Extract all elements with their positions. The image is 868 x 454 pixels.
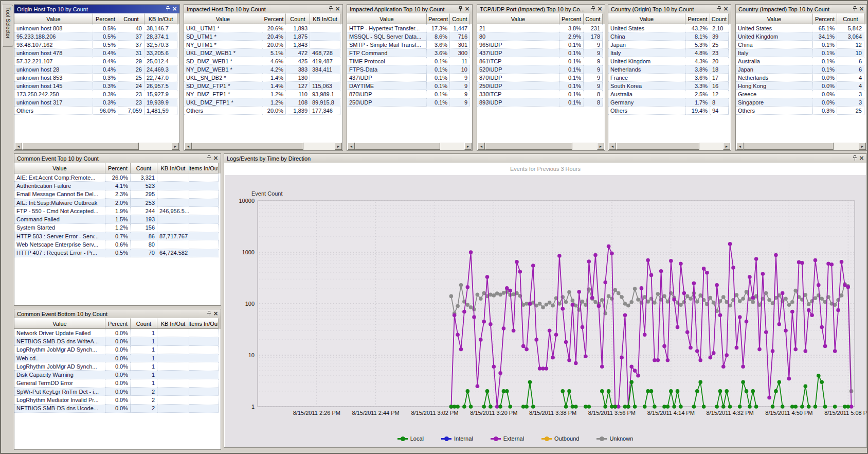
table-row[interactable]: unknown host 4780.4%3133,205.6 xyxy=(14,49,179,57)
table-row[interactable]: unknown host 8080.5%4038,146.7 xyxy=(14,24,179,32)
column-header-items-in-out[interactable]: Items In/Out xyxy=(189,163,219,173)
table-row[interactable]: 330\TCP0.1%8 xyxy=(477,90,605,98)
table-row[interactable]: Command Failed1.5%193 xyxy=(14,215,221,223)
table-row[interactable]: UKL_SN_DB2 *1.4%130 xyxy=(184,74,342,82)
table-row[interactable]: HTTP - Hypertext Transfer...17.3%1,447 xyxy=(347,24,472,32)
table-row[interactable]: Netherlands0.0%4 xyxy=(736,74,866,82)
table-row[interactable]: Italy0.1%10 xyxy=(736,49,866,57)
table-row[interactable]: 213.8%231 xyxy=(477,24,605,32)
table-row[interactable]: Others0.3%25 xyxy=(736,107,866,115)
table-row[interactable]: MSSQL - SQL Server Data...8.6%716 xyxy=(347,32,472,41)
table-row[interactable]: United Kingdom4.3%20 xyxy=(608,57,731,65)
table-row[interactable]: 95.233.188.2060.5%3728,374.1 xyxy=(14,32,179,41)
table-row[interactable]: 437\UDP0.1%9 xyxy=(347,74,472,82)
scrollbar-thumb[interactable] xyxy=(744,143,834,150)
table-row[interactable]: 173.250.242.2500.3%2315,927.9 xyxy=(14,90,179,98)
column-header-count[interactable]: Count xyxy=(118,13,144,24)
table-row[interactable]: Australia0.1%6 xyxy=(736,57,866,65)
column-header-count[interactable]: Count xyxy=(450,13,470,24)
table-row[interactable]: Web cd..0.0%1 xyxy=(14,354,221,362)
table-row[interactable]: FTP - 550 - Cmd Not Accepted...1.9%24424… xyxy=(14,207,221,215)
table-row[interactable]: Australia2.5%12 xyxy=(608,90,731,98)
table-row[interactable]: 437\UDP0.1%9 xyxy=(477,49,605,57)
table-row[interactable]: 870\UDP0.1%9 xyxy=(477,74,605,82)
column-header-percent[interactable]: Percent xyxy=(813,13,837,24)
table-row[interactable]: United States65.1%5,842 xyxy=(736,24,866,32)
scroll-right-arrow-icon[interactable]: ► xyxy=(172,143,179,150)
column-header-percent[interactable]: Percent xyxy=(105,318,131,329)
table-row[interactable]: System Started1.2%156 xyxy=(14,224,221,232)
pin-icon[interactable] xyxy=(852,6,858,12)
pin-icon[interactable] xyxy=(716,6,722,12)
pin-icon[interactable] xyxy=(328,6,334,12)
scroll-left-arrow-icon[interactable]: ◄ xyxy=(185,143,192,150)
table-row[interactable]: Japan0.1%6 xyxy=(736,65,866,74)
horizontal-scrollbar[interactable]: ◄► xyxy=(609,143,730,150)
pin-icon[interactable] xyxy=(206,155,212,162)
scroll-right-arrow-icon[interactable]: ► xyxy=(597,143,604,150)
table-row[interactable]: SD_DMZ_WEB1 *4.6%425419,487 xyxy=(184,57,342,65)
table-row[interactable]: TIME Protocol0.1%11 xyxy=(347,57,472,65)
table-row[interactable]: SpWr-Put KeyLgr RnTm Det - i...0.0%2 xyxy=(14,388,221,396)
pin-icon[interactable] xyxy=(852,155,858,162)
column-header-value[interactable]: Value xyxy=(608,13,685,24)
column-header-value[interactable]: Value xyxy=(14,13,93,24)
table-row[interactable]: 93.48.107.1620.5%3732,570.3 xyxy=(14,41,179,49)
table-row[interactable]: 870\UDP0.1%9 xyxy=(347,90,472,98)
table-row[interactable]: South Korea3.3%16 xyxy=(608,82,731,90)
table-row[interactable]: FTP Command3.6%300 xyxy=(347,49,472,57)
table-row[interactable]: LogRhythm JobMgr AD Synch...0.0%1 xyxy=(14,362,221,371)
table-row[interactable]: Email Message Cannot Be Del...2.3%295 xyxy=(14,190,221,199)
table-row[interactable]: LogRhythm JobMgr AD Synch...0.0%1 xyxy=(14,346,221,354)
table-row[interactable]: Germany1.7%8 xyxy=(608,98,731,107)
table-row[interactable]: UKL_DMZ_FTP1 *1.2%10889,915.8 xyxy=(184,98,342,107)
table-row[interactable]: Japan5.3%25 xyxy=(608,41,731,49)
table-row[interactable]: unknown host 1450.3%2426,957.5 xyxy=(14,82,179,90)
close-icon[interactable]: × xyxy=(212,310,219,317)
scroll-right-arrow-icon[interactable]: ► xyxy=(723,143,730,150)
table-row[interactable]: Netherlands3.8%18 xyxy=(608,65,731,74)
legend-item-external[interactable]: External xyxy=(491,435,524,442)
table-row[interactable]: HTTP 503 : Server Error - Serv...0.7%868… xyxy=(14,232,221,240)
column-header-value[interactable]: Value xyxy=(14,318,105,329)
column-header-count[interactable]: Count xyxy=(131,163,157,173)
close-icon[interactable]: × xyxy=(722,6,729,12)
column-header-kb-in-out[interactable]: KB In/Out xyxy=(144,13,177,24)
close-icon[interactable]: × xyxy=(464,6,471,12)
scroll-right-arrow-icon[interactable]: ► xyxy=(464,143,472,150)
pin-icon[interactable] xyxy=(165,6,171,12)
close-icon[interactable]: × xyxy=(858,155,865,162)
table-row[interactable]: unknown host 280.4%2624,469.3 xyxy=(14,65,179,74)
table-row[interactable]: Authentication Failure4.1%523 xyxy=(14,182,221,190)
column-header-count[interactable]: Count xyxy=(710,13,729,24)
table-row[interactable]: LogRhythm Mediator Invalid Pr...0.0%2 xyxy=(14,396,221,404)
table-row[interactable]: SD_DMZ_FTP1 *1.4%127115,063 xyxy=(184,82,342,90)
table-row[interactable]: 802.9%178 xyxy=(477,32,605,41)
tool-selector-tab[interactable]: Tool Selector xyxy=(3,5,13,47)
table-row[interactable]: NETBIOS SMB-DS dns WriteA...0.0%1 xyxy=(14,337,221,345)
column-header-count[interactable]: Count xyxy=(131,318,157,329)
scrollbar-thumb[interactable] xyxy=(485,143,572,150)
column-header-value[interactable]: Value xyxy=(14,163,105,173)
scroll-right-arrow-icon[interactable]: ► xyxy=(335,143,342,150)
table-row[interactable]: United States43.2%2,10 xyxy=(608,24,731,32)
scroll-left-arrow-icon[interactable]: ◄ xyxy=(478,143,485,150)
scrollbar-thumb[interactable] xyxy=(192,143,303,150)
table-row[interactable]: NY_UTM1 *20.0%1,843 xyxy=(184,41,342,49)
table-row[interactable]: SD_UTM1 *20.4%1,875 xyxy=(184,32,342,41)
table-row[interactable]: FTPS-Data0.1%10 xyxy=(347,65,472,74)
legend-item-unknown[interactable]: Unknown xyxy=(596,435,633,442)
table-row[interactable]: Web Netscape Enterprise Serv...0.6%80 xyxy=(14,240,221,249)
column-header-kb-in-out[interactable]: KB In/Out xyxy=(310,13,340,24)
scrollbar-thumb[interactable] xyxy=(355,143,440,150)
table-row[interactable]: Hong Kong0.0%4 xyxy=(736,82,866,90)
scroll-left-arrow-icon[interactable]: ◄ xyxy=(736,143,744,150)
column-header-kb-in-out[interactable]: KB In/Out xyxy=(157,163,189,173)
column-header-items-in-out[interactable]: Items In/Out xyxy=(189,318,219,329)
close-icon[interactable]: × xyxy=(596,6,603,12)
table-row[interactable]: 250\UDP0.1%9 xyxy=(477,82,605,90)
column-header-kb-in-out[interactable]: KB In/Out xyxy=(157,318,189,329)
scroll-left-arrow-icon[interactable]: ◄ xyxy=(348,143,355,150)
close-icon[interactable]: × xyxy=(171,6,178,12)
table-row[interactable]: 861\TCP0.1%9 xyxy=(477,57,605,65)
